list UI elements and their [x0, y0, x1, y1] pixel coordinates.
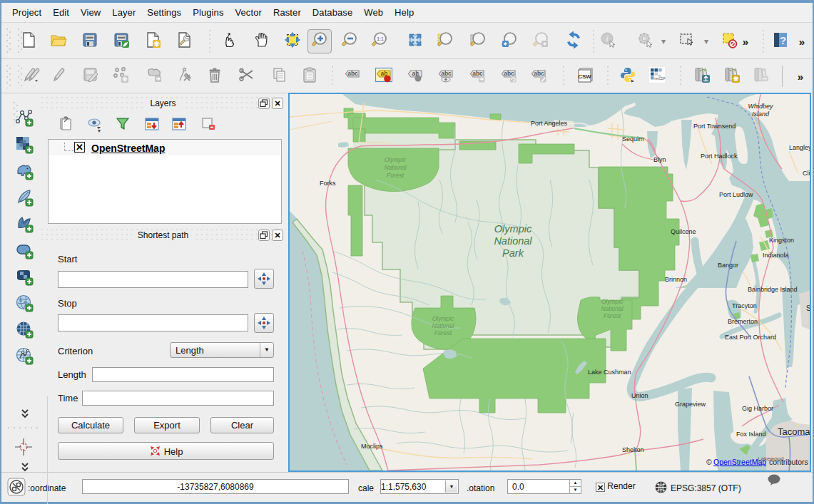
svg-text:Quilcene: Quilcene	[671, 228, 696, 235]
svg-text:Forks: Forks	[320, 180, 336, 187]
svg-text:Island: Island	[752, 110, 770, 118]
svg-text:Kingston: Kingston	[769, 237, 794, 244]
svg-text:abc: abc	[347, 70, 358, 77]
svg-text:Port Angeles: Port Angeles	[531, 120, 568, 127]
svg-text:?: ?	[780, 34, 786, 46]
svg-text:Olympic: Olympic	[601, 298, 624, 305]
svg-text:Olympic: Olympic	[494, 223, 532, 235]
svg-text:©: ©	[706, 458, 712, 466]
svg-text:National: National	[432, 322, 454, 329]
svg-text:Clin: Clin	[803, 170, 810, 177]
svg-text:Tacoma: Tacoma	[778, 426, 810, 437]
svg-text:Port Hadlock: Port Hadlock	[701, 153, 738, 160]
svg-text:Brinnon: Brinnon	[665, 276, 687, 283]
svg-text:netCDF: netCDF	[654, 77, 666, 81]
svg-text:Union: Union	[631, 392, 648, 399]
svg-text:Grapeview: Grapeview	[675, 401, 706, 408]
svg-text:Port Ludlow: Port Ludlow	[719, 191, 753, 198]
svg-text:Tracyton: Tracyton	[732, 302, 757, 309]
svg-text:Port Townsend: Port Townsend	[693, 123, 736, 130]
svg-text:Bangor: Bangor	[718, 262, 738, 269]
svg-text:OpenStreetMap: OpenStreetMap	[713, 458, 766, 466]
svg-text:National: National	[384, 164, 407, 171]
svg-text:Bainbridge Island: Bainbridge Island	[748, 286, 798, 293]
svg-text:Olympic: Olympic	[385, 156, 407, 163]
svg-text:CSW: CSW	[578, 73, 591, 80]
svg-text:Whidbey: Whidbey	[748, 103, 773, 110]
svg-text:Moclips: Moclips	[361, 443, 383, 450]
svg-text:National: National	[494, 235, 532, 247]
svg-text:Forest: Forest	[387, 172, 405, 179]
svg-text:National: National	[601, 305, 624, 312]
svg-text:Shelton: Shelton	[622, 446, 644, 453]
svg-text:contributors: contributors	[769, 458, 808, 466]
svg-text:S: S	[806, 304, 810, 312]
svg-text:Blyn: Blyn	[653, 156, 666, 163]
svg-text:Bremerton: Bremerton	[728, 318, 758, 325]
svg-text:Gig Harbor: Gig Harbor	[742, 405, 773, 412]
svg-text:Forest: Forest	[434, 329, 452, 336]
svg-text:Park: Park	[502, 247, 524, 259]
svg-text:Langley: Langley	[789, 144, 810, 151]
svg-text:abc: abc	[441, 70, 452, 77]
svg-text:abc: abc	[534, 70, 544, 77]
svg-text:1:1: 1:1	[377, 36, 384, 41]
svg-text:Lake Cushman: Lake Cushman	[588, 369, 631, 376]
svg-text:Fox Island: Fox Island	[736, 431, 766, 438]
svg-text:abc: abc	[504, 70, 514, 77]
svg-text:Indianola: Indianola	[763, 252, 789, 259]
svg-text:East Port Orchard: East Port Orchard	[725, 334, 776, 341]
svg-text:Sequim: Sequim	[622, 135, 644, 143]
svg-text:Olympic: Olympic	[432, 315, 454, 322]
svg-text:Forest: Forest	[604, 312, 621, 319]
svg-text:abc: abc	[472, 70, 483, 77]
